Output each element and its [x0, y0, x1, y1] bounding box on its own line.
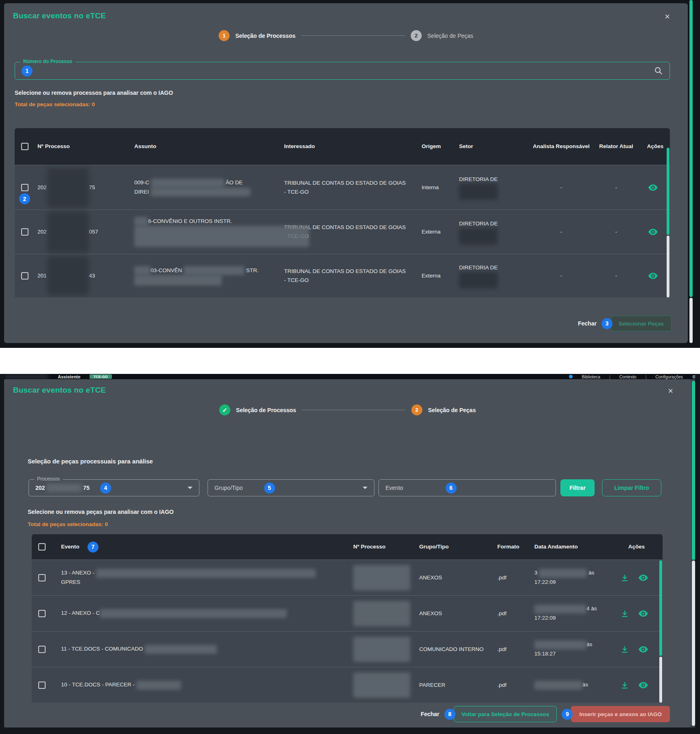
table-row: 20275 009-C ÃO DEDIREI TRIBUNAL DE CONTA… [15, 165, 670, 210]
row-checkbox[interactable] [38, 610, 46, 617]
voltar-selecao-processos-button[interactable]: Voltar para Seleção de Processos [454, 706, 557, 722]
col-origem: Origem [412, 142, 449, 151]
fechar-button[interactable]: Fechar [578, 320, 597, 327]
step-1-label: Seleção de Processos [236, 407, 296, 413]
selecionar-pecas-button[interactable]: Selecionar Peças [611, 316, 672, 331]
close-icon[interactable]: × [665, 12, 670, 21]
total-selected-label: Total de peças selecionadas: 0 [28, 521, 108, 527]
total-selected-label: Total de peças selecionadas: 0 [15, 101, 95, 107]
nav-biblioteca[interactable]: Biblioteca [582, 374, 600, 379]
guide-badge-6: 6 [446, 483, 457, 494]
table-scrollbar-thumb[interactable] [667, 148, 669, 235]
col-analista: Analista Responsável [531, 142, 592, 151]
app-title: Assistente [58, 374, 81, 379]
view-icon[interactable] [648, 273, 658, 279]
stepper: 1 Seleção de Processos 2 Seleção de Peça… [219, 30, 473, 41]
table-scrollbar-thumb[interactable] [659, 560, 662, 656]
step-2-badge: 2 [411, 404, 422, 415]
processos-select[interactable]: Processos 20275 4 [28, 479, 199, 496]
close-icon[interactable]: × [668, 387, 673, 395]
modal-title: Buscar eventos no eTCE [13, 11, 106, 20]
filtrar-button[interactable]: Filtrar [560, 479, 595, 496]
page-right-edge [695, 374, 700, 734]
evento-input[interactable]: Evento 6 [378, 479, 556, 496]
col-formato: Formato [494, 543, 531, 551]
row-checkbox[interactable] [21, 184, 28, 191]
col-setor: Setor [449, 142, 531, 151]
step-connector [302, 410, 406, 410]
page-scrollbar-thumb[interactable] [689, 0, 693, 297]
screenshot-canvas: Buscar eventos no eTCE × 1 Seleção de Pr… [0, 0, 700, 734]
view-icon[interactable] [648, 184, 658, 191]
row-checkbox[interactable] [38, 646, 46, 653]
page-scrollbar[interactable] [689, 0, 693, 343]
select-all-checkbox[interactable] [21, 143, 28, 150]
inserir-pecas-anexos-button[interactable]: Inserir peças e anexos ao IAGO [571, 706, 670, 722]
nav-contexto[interactable]: Contexto [619, 374, 637, 379]
processos-label: Processos [34, 476, 63, 482]
view-icon[interactable] [648, 229, 658, 235]
col-acoes: Ações [641, 142, 670, 151]
grupo-tipo-placeholder: Grupo/Tipo [214, 485, 243, 491]
table-scrollbar[interactable] [667, 128, 669, 297]
col-n-processo: Nº Processo [350, 543, 416, 551]
grupo-tipo-select[interactable]: Grupo/Tipo 5 [208, 479, 374, 496]
row-checkbox[interactable] [38, 682, 46, 689]
numero-processo-input[interactable]: Número do Processo 1 [15, 62, 670, 80]
guide-badge-3: 3 [602, 318, 612, 329]
process-table: Nº Processo Assunto Interessado Origem S… [15, 128, 670, 297]
download-icon[interactable] [621, 681, 629, 689]
table-row: 12 - ANEXO - C ANEXOS .pdf 4 às17:22:09 [32, 595, 663, 631]
page-scrollbar-thumb[interactable] [692, 381, 695, 560]
info-icon[interactable] [569, 375, 573, 378]
nav-separator: | [645, 374, 647, 379]
table-row: 20143 03-CONVÊN STR. TRIBUNAL DE CONTAS … [15, 254, 670, 297]
app-logo [4, 375, 49, 378]
page-scrollbar[interactable] [692, 379, 695, 727]
view-icon[interactable] [639, 682, 648, 688]
row-checkbox[interactable] [21, 272, 28, 280]
tce-go-chip[interactable]: TCE-GO [90, 374, 112, 379]
row-checkbox[interactable] [38, 574, 46, 581]
table-scrollbar-track [667, 236, 669, 297]
col-n-processo: Nº Processo [37, 142, 115, 151]
view-icon[interactable] [639, 646, 648, 653]
col-relator: Relator Atual [592, 142, 641, 151]
numero-processo-label: Número do Processo [20, 59, 75, 64]
select-all-checkbox[interactable] [38, 543, 46, 550]
fechar-button[interactable]: Fechar [421, 711, 440, 717]
guide-badge-9: 9 [562, 709, 573, 720]
modal-buscar-eventos-pecas: Buscar eventos no eTCE × ✓ Seleção de Pr… [4, 379, 691, 727]
step-1-label: Seleção de Processos [235, 33, 295, 39]
page-bottom-edge [0, 727, 700, 734]
search-icon [654, 66, 663, 75]
pecas-table-header: Evento7 Nº Processo Grupo/Tipo Formato D… [32, 534, 663, 559]
nav-configuracoes[interactable]: Configurações [655, 374, 683, 379]
step-1-check-icon: ✓ [219, 404, 230, 415]
guide-badge-7: 7 [88, 542, 98, 553]
guide-badge-4: 4 [100, 483, 111, 494]
download-icon[interactable] [621, 645, 629, 653]
col-grupo-tipo: Grupo/Tipo [416, 543, 494, 551]
view-icon[interactable] [639, 575, 648, 581]
limpar-filtro-button[interactable]: Limpar Filtro [602, 479, 661, 496]
stepper: ✓ Seleção de Processos 2 Seleção de Peça… [219, 404, 476, 415]
section-title: Seleção de peças processuais para anális… [28, 458, 153, 465]
app-header: Assistente TCE-GO Biblioteca | Contexto … [0, 374, 700, 379]
view-icon[interactable] [639, 610, 648, 617]
table-row: 10 - TCE.DOCS - PARECER - PARECER .pdf à… [32, 667, 663, 703]
screenshot-top: Buscar eventos no eTCE × 1 Seleção de Pr… [0, 0, 700, 348]
table-scrollbar[interactable] [659, 534, 662, 703]
row-checkbox[interactable] [21, 228, 28, 236]
screenshot-bottom: Assistente TCE-GO Biblioteca | Contexto … [0, 374, 700, 734]
guide-badge-5: 5 [264, 483, 275, 494]
download-icon[interactable] [621, 609, 629, 618]
composite-gap [0, 348, 700, 374]
page-left-edge [0, 374, 4, 734]
nav-separator: | [609, 374, 610, 379]
process-table-header: Nº Processo Assunto Interessado Origem S… [15, 128, 670, 165]
chevron-down-icon [363, 487, 368, 489]
col-evento: Evento [61, 543, 79, 551]
guide-badge-8: 8 [444, 709, 455, 720]
download-icon[interactable] [621, 574, 629, 582]
